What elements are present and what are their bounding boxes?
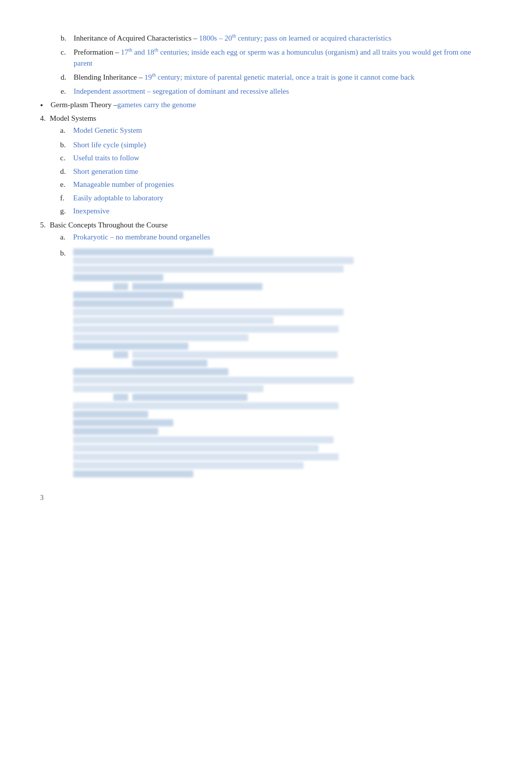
blurred-item-6-text [73, 343, 188, 350]
page-number: 3 [40, 494, 492, 502]
section-5: 5. Basic Concepts Throughout the Course [40, 221, 492, 229]
blurred-roman-block [113, 283, 492, 290]
item-c-black: Preformation – [74, 48, 121, 56]
roman-i-4a: Short life cycle (simple) [60, 139, 492, 151]
roman-v-4a-text: Easily adoptable to laboratory [73, 192, 492, 204]
blurred-item-4-line2 [73, 317, 492, 324]
blurred-item-2 [73, 292, 492, 299]
blurred-sec2-text2 [73, 411, 148, 418]
blurred-item-3-text [73, 300, 173, 307]
item-4a-blue: Model Genetic System [73, 126, 142, 134]
blurred-item-2-text [73, 292, 183, 299]
blurred-sub-vi-num [113, 351, 128, 358]
roman-iii-4a-text: Short generation time [73, 166, 492, 177]
blurred-roman-text-1 [132, 283, 262, 290]
item-b-blue: 1800s – 20th century; pass on learned or… [199, 34, 391, 42]
item-c-blue: 17th and 18th centuries; inside each egg… [74, 48, 471, 68]
blurred-sec5-text-1 [73, 436, 334, 443]
blurred-para-1-line-1 [73, 257, 492, 264]
list-item-c: Preformation – 17th and 18th centuries; … [61, 46, 491, 69]
blurred-item-5-text-1 [73, 326, 339, 333]
blurred-section [73, 248, 492, 477]
roman-v-4a: Easily adoptable to laboratory [60, 192, 492, 204]
blurred-sec6-row3 [73, 470, 492, 477]
blurred-item-7-text [73, 368, 228, 375]
blurred-item-6 [73, 343, 492, 367]
blurred-item-8 [73, 377, 492, 392]
blurred-sec6-text-2 [73, 462, 304, 469]
blurred-item-7-line [73, 368, 492, 375]
blurred-sec4-row1 [73, 428, 492, 435]
roman-i-4a-text: Short life cycle (simple) [73, 139, 492, 151]
sub-list-bcd: Inheritance of Acquired Characteristics … [41, 32, 491, 97]
blurred-roman-2-1 [113, 394, 492, 401]
roman-vi-4a: Inexpensive [60, 205, 492, 217]
blurred-text-1 [73, 248, 213, 255]
section-5-number: 5. [40, 221, 46, 229]
roman-iv-4a-text: Manageable number of progenies [73, 179, 492, 190]
blurred-item-8-line2 [73, 385, 492, 392]
blurred-roman-2-text [132, 394, 247, 401]
blurred-para-1 [73, 257, 492, 281]
blurred-line-1a [73, 257, 354, 264]
blurred-sec5-text-2 [73, 445, 319, 452]
blurred-item-4-text-2 [73, 317, 274, 324]
blurred-roman-2-num [113, 394, 128, 401]
blurred-section-3 [73, 419, 492, 426]
blurred-item-7 [73, 368, 492, 375]
section-5-label: Basic Concepts Throughout the Course [50, 221, 168, 229]
blurred-para-1-line-2 [73, 266, 492, 273]
blurred-line-1c [73, 274, 163, 281]
blurred-item-5-line2 [73, 334, 492, 341]
blurred-row-1 [73, 248, 492, 255]
blurred-num-1 [113, 283, 128, 290]
item-5a-blue: Prokaryotic – no membrane bound organell… [73, 233, 210, 241]
blurred-item-3 [73, 300, 492, 307]
blurred-section-5 [73, 436, 492, 452]
blurred-item-2-line [73, 292, 492, 299]
blurred-sub-vi-2 [113, 360, 492, 367]
blurred-item-6-line [73, 343, 492, 350]
blurred-roman-1 [113, 283, 492, 290]
blurred-sec6-row1 [73, 453, 492, 460]
roman-i-d-text: Independent assortment – segregation of … [74, 86, 491, 97]
blurred-sub-vi-text [132, 351, 338, 358]
item-b-black: Inheritance of Acquired Characteristics … [74, 34, 199, 42]
roman-i-d: Independent assortment – segregation of … [61, 86, 491, 97]
blurred-sub-vi [113, 351, 492, 367]
section-4-content: Model Genetic System Short life cycle (s… [40, 125, 492, 217]
section-4-sub-list: Model Genetic System Short life cycle (s… [60, 125, 492, 217]
blurred-section-4 [73, 428, 492, 435]
item-e-blue: gametes carry the genome [117, 101, 196, 109]
blurred-item-4 [73, 309, 492, 324]
section-4-number: 4. [40, 114, 46, 123]
item-d-black: Blending Inheritance – [74, 73, 144, 81]
blurred-sec3-row1 [73, 419, 492, 426]
list-item-5b [60, 244, 492, 479]
blurred-sec2-text1 [73, 402, 339, 409]
roman-ii-4a: Useful traits to follow [60, 152, 492, 164]
item-4a-text: Model Genetic System [73, 125, 492, 137]
blurred-para-1-line-3 [73, 274, 492, 281]
item-e-text: Germ-plasm Theory –gametes carry the gen… [51, 101, 196, 109]
item-d-blue: 19th century; mixture of parental geneti… [144, 73, 414, 81]
blurred-sec6-text-3 [73, 470, 193, 477]
section-4-label: Model Systems [50, 114, 96, 123]
blurred-item-3-line [73, 300, 492, 307]
blurred-item-4-text-1 [73, 309, 344, 316]
blurred-sec5-row2 [73, 445, 492, 452]
blurred-line-1b [73, 266, 344, 273]
list-item-e: Germ-plasm Theory –gametes carry the gen… [41, 99, 491, 111]
list-item-4a: Model Genetic System [60, 125, 492, 137]
blurred-item-4-line1 [73, 309, 492, 316]
blurred-sec6-row2 [73, 462, 492, 469]
blurred-roman-block-2 [113, 394, 492, 401]
blurred-sec6-text-1 [73, 453, 339, 460]
blurred-item-5-line1 [73, 326, 492, 333]
roman-ii-4a-text: Useful traits to follow [73, 152, 492, 164]
blurred-sec5-row1 [73, 436, 492, 443]
roman-vi-4a-text: Inexpensive [73, 205, 492, 217]
blurred-sec4-text [73, 428, 158, 435]
superscript-th: th [232, 33, 236, 39]
list-item-d: Blending Inheritance – 19th century; mix… [61, 71, 491, 84]
